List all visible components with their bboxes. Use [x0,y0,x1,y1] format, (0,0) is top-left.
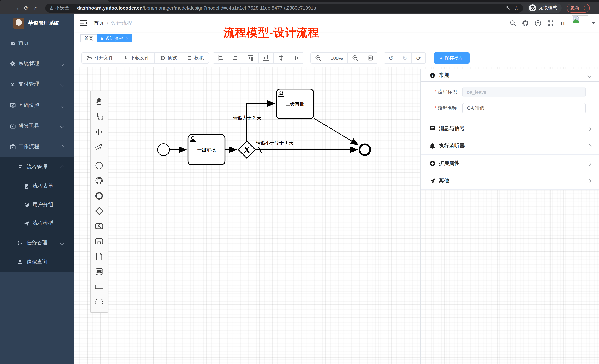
section-message-signal[interactable]: 消息与信号 [421,120,599,137]
browser-home-button[interactable]: ⌂ [31,5,41,11]
process-name-input[interactable] [462,103,586,113]
align-top-button[interactable] [243,53,259,63]
browser-reload-button[interactable]: ⟳ [21,5,31,11]
sidebar-item-payment[interactable]: ¥ 支付管理 [0,75,74,94]
align-center-horizontal-button[interactable] [274,53,289,63]
branch-icon [17,240,23,245]
sidebar-item-home[interactable]: 首页 [0,34,74,53]
section-other[interactable]: 其他 [421,172,599,190]
sidebar-item-process-form[interactable]: 流程表单 [0,177,74,196]
redo-button[interactable]: ↻ [398,53,412,63]
browser-back-button[interactable]: ← [2,5,12,11]
url-host: dashboard.yudao.iocoder.cn [77,5,143,11]
bell-icon [430,143,435,149]
chevron-down-icon [60,104,64,108]
section-extension-properties[interactable]: 扩展属性 [421,155,599,172]
address-bar[interactable]: ⚠ 不安全 dashboard.yudao.iocoder.cn/bpm/man… [45,3,523,12]
chevron-up-icon [60,165,64,170]
incognito-badge: 无痕模式 [528,3,562,13]
help-icon[interactable]: ? [532,20,544,26]
search-icon[interactable] [507,20,519,26]
flow-task2-to-end[interactable] [314,118,358,145]
sidebar-logo-row[interactable]: 芋道管理系统 [0,14,74,33]
zoom-in-button[interactable] [348,53,363,63]
avatar-dropdown-caret[interactable] [592,22,595,24]
save-model-button[interactable]: + 保存模型 [434,52,469,64]
section-title: 常规 [439,72,449,78]
end-event[interactable] [360,144,370,155]
zoom-out-button[interactable] [311,53,326,63]
align-left-button[interactable] [213,53,228,63]
browser-menu-icon[interactable]: ⋮ [582,5,586,10]
browser-active-tab[interactable] [0,0,109,2]
section-execution-listener[interactable]: 执行监听器 [421,137,599,155]
sidebar-item-label: 系统管理 [18,60,39,67]
tags-view: 首页 设计流程 × [74,33,599,45]
open-file-button[interactable]: 打开文件 [82,53,118,63]
flow-gateway-to-task2[interactable] [247,103,274,141]
user-task-level1[interactable]: 一级审批 [188,135,225,165]
simulate-button[interactable]: 模拟 [182,53,209,63]
preview-button[interactable]: 预览 [155,53,182,63]
app-logo [13,18,24,29]
github-icon[interactable] [519,20,532,26]
start-event[interactable] [158,144,169,156]
font-size-icon[interactable]: tT [557,20,569,26]
broken-image-icon [572,16,580,23]
browser-tab-strip [0,0,599,2]
sidebar-item-system[interactable]: 系统管理 [0,54,74,73]
process-name-label: *流程名称 [435,105,457,112]
process-key-input[interactable] [462,87,586,97]
exclusive-gateway[interactable]: X [238,141,255,158]
align-bottom-button[interactable] [259,53,274,63]
zoom-reset-button[interactable] [363,53,378,63]
sidebar-item-workflow[interactable]: 工作流程 [0,137,74,156]
bookmark-star-icon[interactable]: ☆ [514,5,519,11]
breadcrumb-separator: / [107,20,108,26]
breadcrumb: 首页/设计流程 [94,20,132,27]
user-task-level2[interactable]: 二级审批 [276,89,314,119]
yen-icon: ¥ [10,81,16,87]
user-icon [17,259,23,265]
sidebar-item-infra[interactable]: 基础设施 [0,96,74,115]
download-file-button[interactable]: 下载文件 [118,53,155,63]
chevron-down-icon [60,83,64,87]
sidebar-item-user-group[interactable]: 用户分组 [0,195,74,214]
sidebar-item-task-mgmt[interactable]: 任务管理 [0,233,74,252]
tab-home[interactable]: 首页 [80,34,97,42]
section-general[interactable]: i 常规 [421,69,599,82]
process-key-label: *流程标识 [435,89,457,95]
info-icon: i [430,72,435,78]
browser-forward-button[interactable]: → [12,5,21,11]
fullscreen-icon[interactable] [544,20,557,26]
password-key-icon[interactable] [506,6,510,10]
align-center-vertical-button[interactable] [289,53,304,63]
sidebar-item-label: 用户分组 [33,201,53,208]
restart-button[interactable]: ⟳ [412,53,425,63]
button-label: 打开文件 [94,55,113,61]
sidebar: 芋道管理系统 首页 系统管理 ¥ 支付管理 基础设施 研发工具 [0,14,74,364]
sidebar-collapse-icon[interactable] [80,20,87,26]
sidebar-item-label: 支付管理 [18,81,39,88]
close-icon[interactable]: × [126,36,128,41]
browser-update-button[interactable]: 更新 ⋮ [567,3,590,12]
general-form: *流程标识 *流程名称 [421,82,599,120]
align-right-button[interactable] [228,53,243,63]
condition-label-le1: 请假小于等于 1 天 [256,140,294,145]
undo-button[interactable]: ↺ [384,53,398,63]
sidebar-item-process-mgmt[interactable]: 流程管理 [0,157,74,177]
plus-circle-icon [430,160,435,166]
section-title: 执行监听器 [439,143,465,149]
tab-design-process[interactable]: 设计流程 × [97,34,132,42]
chevron-down-icon [60,62,64,66]
sidebar-item-label: 流程管理 [27,164,47,170]
url-path: /bpm/manager/model/design?modelId=e4a1a1… [143,5,316,11]
avatar[interactable] [572,15,588,31]
breadcrumb-home[interactable]: 首页 [94,20,104,26]
gateway-x-marker: X [243,144,250,155]
sidebar-item-process-model[interactable]: 流程模型 [0,214,74,233]
sidebar-item-leave-query[interactable]: 请假查询 [0,252,74,272]
sidebar-item-devtools[interactable]: 研发工具 [0,116,74,136]
eye-icon [159,56,165,60]
chip-icon [187,55,192,61]
